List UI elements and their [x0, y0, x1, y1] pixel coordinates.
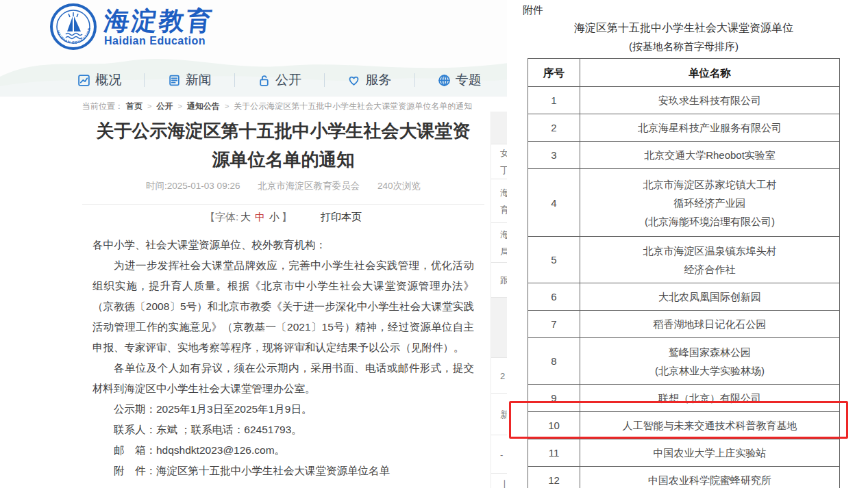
underlying-sidebar-item: 丨: [491, 474, 508, 488]
nav-item-label: 专题: [456, 71, 482, 89]
unit-name: 安玖求生科技有限公司: [580, 87, 840, 114]
nav-item-heart[interactable]: 服务: [325, 71, 414, 89]
nav-item-label: 新闻: [186, 71, 212, 89]
underlying-sidebar-item: 2: [491, 358, 508, 394]
header-divider: [0, 96, 508, 97]
haidian-education-seal-icon: HAIDIAN EDUCATION: [49, 3, 97, 51]
row-number: 3: [528, 142, 580, 169]
breadcrumb-current: 关于公示海淀区第十五批中小学生社会大课堂资源单位名单的通知: [234, 101, 472, 111]
table-header-row: 序号 单位名称: [528, 59, 840, 87]
font-size-small-button[interactable]: 小: [269, 211, 280, 222]
table-row: 5北京市海淀区温泉镇东埠头村经济合作社: [528, 237, 840, 283]
article-body: 各中小学、社会大课堂资源单位、校外教育机构：为进一步发挥社会大课堂品牌效应，完善…: [92, 235, 474, 481]
underlying-sidebar-item: [491, 112, 508, 144]
row-number: 1: [528, 87, 580, 114]
article-paragraph: 联系人：东斌 ；联系电话：62451793。: [92, 420, 474, 440]
underlying-sidebar-sliver: 女 丁海 育海 局跟2新-丨: [491, 112, 508, 488]
unit-name-line: 中国农业科学院蜜蜂研究所: [584, 471, 835, 488]
unit-name-line: 经济合作社: [584, 260, 835, 279]
unit-name: 北京海星科技产业服务有限公司: [580, 114, 840, 142]
clipped-text-fragment: -: [500, 446, 503, 463]
unit-name-line: 稻香湖地球日记化石公园: [584, 315, 835, 333]
heart-icon: [347, 74, 360, 87]
breadcrumb-link[interactable]: 首页: [126, 101, 142, 111]
breadcrumb-separator: >: [225, 102, 229, 110]
row-number: 12: [528, 467, 580, 488]
font-size-medium-button[interactable]: 中: [255, 211, 265, 222]
page-title: 关于公示海淀区第十五批中小学生社会大课堂资源单位名单的通知: [92, 116, 474, 174]
table-row: 8鹫峰国家森林公园(北京林业大学实验林场): [528, 338, 840, 385]
row-number: 6: [528, 283, 580, 311]
unit-name: 中国农业大学上庄实验站: [580, 439, 840, 467]
unit-name: 北京市海淀区苏家坨镇大工村循环经济产业园(北京海能环境治理有限公司): [580, 169, 840, 237]
article-paragraph: 邮 箱：hdqshdkt2023@126.com。: [92, 440, 474, 461]
site-logo[interactable]: HAIDIAN EDUCATION 海淀教育 Haidian Education: [49, 3, 214, 51]
nav-item-label: 公开: [275, 71, 301, 89]
row-number: 9: [528, 385, 580, 412]
underlying-sidebar-item: -: [491, 435, 508, 474]
unit-name-line: (北京海能环境治理有限公司): [584, 212, 835, 231]
breadcrumb-link[interactable]: 通知公告: [187, 101, 220, 111]
table-row: 6大北农凤凰国际创新园: [528, 283, 840, 311]
breadcrumb-prefix: 当前位置：: [82, 101, 123, 111]
nav-item-news[interactable]: 新闻: [145, 71, 234, 89]
unit-name-line: (北京林业大学实验林场): [584, 361, 835, 380]
breadcrumb-separator: >: [147, 102, 151, 110]
nav-item-chart[interactable]: 概况: [55, 71, 144, 89]
table-row: 4北京市海淀区苏家坨镇大工村循环经济产业园(北京海能环境治理有限公司): [528, 169, 840, 237]
unit-name-line: 大北农凤凰国际创新园: [584, 287, 835, 306]
nav-item-globe[interactable]: 专题: [415, 71, 504, 89]
article-paragraph: 为进一步发挥社会大课堂品牌效应，完善中小学生社会实践管理，优化活动组织实施，提升…: [92, 255, 474, 358]
print-page-button[interactable]: 打印本页: [321, 211, 362, 222]
main-nav: 概况新闻公开服务专题: [55, 68, 504, 92]
unit-name-line: 鹫峰国家森林公园: [584, 343, 835, 361]
article-views: 240次浏览: [377, 181, 421, 191]
article-meta: 时间:2025-01-03 09:26北京市海淀区教育委员会240次浏览: [92, 180, 474, 192]
attachment-title: 海淀区第十五批中小学生社会大课堂资源单位: [528, 21, 840, 36]
unit-name-line: 人工智能与未来交通技术科普教育基地: [584, 416, 835, 435]
row-number: 11: [528, 439, 580, 467]
unit-name: 联想（北京）有限公司: [580, 385, 840, 412]
article-divider: [82, 204, 484, 205]
col-header-name: 单位名称: [580, 59, 840, 87]
row-number: 4: [528, 169, 580, 237]
unit-name: 稻香湖地球日记化石公园: [580, 311, 840, 338]
site-header: HAIDIAN EDUCATION 海淀教育 Haidian Education…: [0, 0, 508, 97]
article-paragraph: 附 件：海淀区第十五批中小学生社会大课堂资源单位名单: [92, 461, 474, 481]
font-size-large-button[interactable]: 大: [240, 211, 251, 222]
breadcrumb-link[interactable]: 公开: [156, 101, 173, 111]
unit-name: 北京交通大学Rheobot实验室: [580, 142, 840, 169]
unlock-icon: [258, 74, 271, 87]
unit-name: 中国农业科学院蜜蜂研究所: [580, 467, 840, 488]
underlying-sidebar-item: [491, 298, 508, 358]
table-row: 9联想（北京）有限公司: [528, 385, 840, 412]
unit-name-line: 北京海星科技产业服务有限公司: [584, 118, 835, 137]
font-tool-prefix: 【字体:: [205, 211, 238, 222]
logo-wordmark-en: Haidian Education: [104, 35, 214, 47]
unit-name: 人工智能与未来交通技术科普教育基地: [580, 412, 840, 439]
unit-name: 大北农凤凰国际创新园: [580, 283, 840, 311]
row-number: 5: [528, 237, 580, 283]
article-time: 时间:2025-01-03 09:26: [146, 181, 240, 191]
breadcrumb: 当前位置：首页>公开>通知公告>关于公示海淀区第十五批中小学生社会大课堂资源单位…: [82, 101, 472, 112]
table-row: 1安玖求生科技有限公司: [528, 87, 840, 114]
row-number: 7: [528, 311, 580, 338]
logo-wordmark: 海淀教育 Haidian Education: [104, 7, 214, 47]
table-row: 12中国农业科学院蜜蜂研究所: [528, 467, 840, 488]
unit-name-line: 联想（北京）有限公司: [584, 389, 835, 407]
globe-icon: [438, 74, 451, 87]
table-row: 11中国农业大学上庄实验站: [528, 439, 840, 467]
row-number: 8: [528, 338, 580, 385]
article-paragraph: 各单位及个人如有异议，须在公示期内，采用书面、电话或邮件形式，提交材料到海淀区中…: [92, 358, 474, 399]
table-row: 7稻香湖地球日记化石公园: [528, 311, 840, 338]
underlying-sidebar-item: 女 丁: [491, 144, 508, 179]
table-row: 2北京海星科技产业服务有限公司: [528, 114, 840, 142]
unit-name-line: 安玖求生科技有限公司: [584, 91, 835, 110]
nav-item-unlock[interactable]: 公开: [235, 71, 324, 89]
notice-article: 关于公示海淀区第十五批中小学生社会大课堂资源单位名单的通知 时间:2025-01…: [92, 116, 474, 481]
breadcrumb-separator: >: [177, 102, 182, 110]
underlying-sidebar-item: 海 局: [491, 223, 508, 263]
nav-item-label: 服务: [365, 71, 391, 89]
attachment-subtitle: (按基地名称首字母排序): [528, 40, 840, 53]
article-source: 北京市海淀区教育委员会: [258, 181, 360, 191]
